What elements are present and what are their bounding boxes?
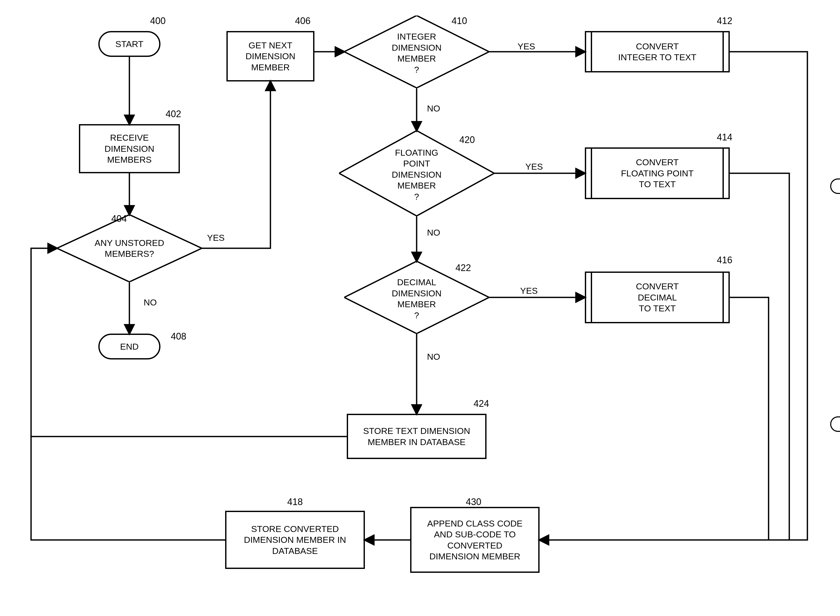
ref-412: 412	[717, 16, 733, 26]
ref-420: 420	[459, 135, 475, 145]
ref-406: 406	[295, 16, 310, 26]
ref-410: 410	[452, 16, 467, 26]
ref-414: 414	[717, 132, 733, 143]
no-404: NO	[144, 298, 157, 308]
ref-430: 430	[466, 497, 481, 507]
no-410: NO	[427, 103, 440, 113]
get-next-process: GET NEXT DIMENSION MEMBER	[227, 31, 315, 81]
yes-404: YES	[207, 233, 225, 243]
convert-fp-label: CONVERT FLOATING POINT TO TEXT	[621, 157, 694, 190]
start-terminator: START	[99, 31, 160, 57]
convert-int-process: CONVERT INTEGER TO TEXT	[585, 31, 730, 72]
ref-416: 416	[717, 255, 733, 265]
store-text-process: STORE TEXT DIMENSION MEMBER IN DATABASE	[347, 414, 487, 459]
ref-402: 402	[166, 109, 181, 119]
append-codes-label: APPEND CLASS CODE AND SUB-CODE TO CONVER…	[427, 518, 522, 562]
start-label: START	[115, 38, 143, 50]
any-unstored-label: ANY UNSTORED MEMBERS?	[95, 238, 164, 260]
no-420: NO	[427, 227, 440, 238]
dec-decision-label: DECIMAL DIMENSION MEMBER ?	[392, 277, 442, 321]
convert-dec-label: CONVERT DECIMAL TO TEXT	[636, 281, 679, 314]
ref-418: 418	[287, 497, 303, 507]
ref-400: 400	[150, 16, 166, 26]
convert-dec-process: CONVERT DECIMAL TO TEXT	[585, 271, 730, 323]
integer-decision-label: INTEGER DIMENSION MEMBER ?	[392, 31, 442, 75]
store-converted-label: STORE CONVERTED DIMENSION MEMBER IN DATA…	[244, 524, 346, 556]
convert-int-label: CONVERT INTEGER TO TEXT	[618, 41, 696, 63]
end-terminator: END	[99, 334, 160, 359]
yes-410: YES	[518, 41, 535, 51]
store-converted-process: STORE CONVERTED DIMENSION MEMBER IN DATA…	[225, 511, 365, 569]
receive-members-process: RECEIVE DIMENSION MEMBERS	[79, 124, 180, 173]
store-text-label: STORE TEXT DIMENSION MEMBER IN DATABASE	[363, 425, 470, 447]
fp-decision-label: FLOATING POINT DIMENSION MEMBER ?	[392, 147, 442, 202]
ref-422: 422	[456, 263, 471, 273]
yes-422: YES	[520, 286, 538, 296]
ref-404: 404	[111, 213, 127, 224]
receive-members-label: RECEIVE DIMENSION MEMBERS	[104, 132, 154, 165]
yes-420: YES	[525, 161, 543, 172]
get-next-label: GET NEXT DIMENSION MEMBER	[246, 40, 296, 73]
page-marker-bottom	[830, 417, 840, 432]
end-label: END	[120, 341, 139, 352]
no-422: NO	[427, 352, 440, 362]
ref-424: 424	[474, 398, 489, 409]
convert-fp-process: CONVERT FLOATING POINT TO TEXT	[585, 147, 730, 199]
ref-408: 408	[171, 331, 186, 342]
append-codes-process: APPEND CLASS CODE AND SUB-CODE TO CONVER…	[410, 507, 540, 573]
page-marker-top	[830, 179, 840, 194]
